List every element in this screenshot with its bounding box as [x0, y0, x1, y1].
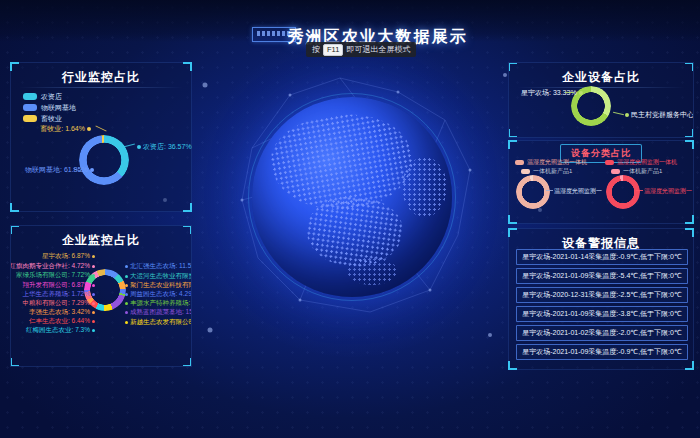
alarm-panel: 设备警报信息 星宇农场-2021-01-14采集温度:-0.9℃,低于下限:0℃… [508, 228, 694, 370]
industry-donut-chart[interactable] [79, 135, 129, 185]
corner-bracket [10, 358, 19, 367]
callout-dot [125, 284, 128, 287]
legend-swatch [23, 115, 37, 122]
leader-line [546, 190, 553, 191]
callout-dot [92, 293, 95, 296]
chart-label: 大运河生态牧业有限责任公 [125, 272, 192, 280]
callout-dot [579, 91, 583, 95]
leader-line [636, 190, 643, 191]
legend-item[interactable]: 温湿度光照监测一体机 [515, 158, 587, 166]
globe-continent [347, 257, 397, 285]
legend-item[interactable]: 温湿度光照监测一体机 [605, 158, 677, 166]
leader-line [95, 125, 106, 131]
legend-swatch [611, 169, 620, 174]
alarm-row: 星宇农场-2021-01-14采集温度:-0.9℃,低于下限:0℃ [516, 249, 688, 265]
chart-label: 中粮和有限公司: 7.29% [22, 299, 95, 307]
leader-line [565, 92, 574, 93]
chart-label-text: 聚门生态农业科技有限公 [130, 281, 192, 289]
corner-bracket [685, 140, 694, 149]
tip-suffix: 即可退出全屏模式 [346, 44, 410, 55]
callout-dot [92, 255, 95, 258]
industry-panel-title: 行业监控占比 [11, 69, 191, 86]
callout-dot [92, 302, 95, 305]
callout-dot [92, 311, 95, 314]
callout-dot [92, 284, 95, 287]
enterprise-panel-title: 企业监控占比 [11, 232, 191, 249]
chart-label: 物联网基地: 61.85% [25, 165, 94, 175]
tip-prefix: 按 [312, 44, 320, 55]
chart-label-text: 家绿乐场有限公司: 7.72% [16, 271, 90, 279]
dashboard: 秀洲区农业大数据展示 按 F11 即可退出全屏模式 行业监控占比 农资店 物联网… [0, 0, 700, 438]
legend-swatch [605, 160, 614, 165]
callout-dot [125, 311, 128, 314]
chart-label: 李强生态农场: 3.42% [29, 308, 95, 316]
equipment-panel: 企业设备占比 星宇农场: 33.33% 民主村党群服务中心 [508, 62, 694, 138]
chart-label-text: 民主村党群服务中心 [631, 110, 694, 120]
chart-label: 上华生态养殖场: 1.72% [22, 290, 95, 298]
legend-label: 一体机新产品1 [533, 167, 572, 176]
legend-item[interactable]: 农资店 [23, 91, 76, 102]
chart-label-text: 北汇强生态农场: 11.56% [130, 262, 192, 270]
industry-panel: 行业监控占比 农资店 物联网基地 畜牧业 畜牧业: 1.64% 农资店: 36.… [10, 62, 192, 212]
chart-label: 仁丰生态农业: 6.44% [29, 317, 95, 325]
callout-dot [125, 321, 128, 324]
title-divider [19, 87, 183, 88]
category-chart-right: 温湿度光照监测一体机 一体机新产品1 温湿度光照监测一 [603, 158, 691, 220]
chart-label-text: 畜牧业: 1.64% [40, 124, 85, 134]
leader-line [123, 144, 135, 148]
legend-swatch [515, 160, 524, 165]
legend-label: 物联网基地 [41, 103, 76, 113]
chart-label-text: 李强生态农场: 3.42% [29, 308, 90, 316]
alarm-row: 星宇农场-2021-01-02采集温度:-2.0℃,低于下限:0℃ [516, 325, 688, 341]
category-donut-chart[interactable] [516, 175, 550, 209]
legend-label: 农资店 [41, 92, 62, 102]
fullscreen-tip: 按 F11 即可退出全屏模式 [306, 42, 416, 57]
legend-item[interactable]: 畜牧业 [23, 113, 76, 124]
callout-dot [125, 265, 128, 268]
legend-swatch [521, 169, 530, 174]
legend-label: 一体机新产品1 [623, 167, 662, 176]
globe-continent [402, 157, 447, 217]
legend-swatch [23, 104, 37, 111]
corner-bracket [508, 361, 517, 370]
chart-label: 星宇农场: 33.33% [521, 88, 583, 98]
chart-label-text: 仁丰生态农业: 6.44% [29, 317, 90, 325]
chart-label-text: 周益园生态农场: 4.29 [130, 290, 192, 298]
chart-label: 家绿乐场有限公司: 7.72% [16, 271, 95, 279]
legend-item[interactable]: 物联网基地 [23, 102, 76, 113]
chart-label: 红梅园生态农业: 7.3% [26, 326, 95, 334]
callout-dot [92, 320, 95, 323]
legend-item[interactable]: 一体机新产品1 [521, 167, 572, 175]
chart-label: 红旗肉鹅专业合作社: 4.72% [10, 262, 95, 270]
chart-label: 温湿度光照监测一 [644, 187, 692, 196]
alarm-row: 星宇农场-2021-01-09采集温度:-5.4℃,低于下限:0℃ [516, 268, 688, 284]
chart-label-text: 红旗肉鹅专业合作社: 4.72% [10, 262, 90, 270]
category-panel: 设备分类占比 温湿度光照监测一体机 一体机新产品1 温湿度光照监测一 温湿度光照… [508, 140, 694, 224]
chart-label: 民主村党群服务中心 [625, 110, 694, 120]
alarm-row: 星宇农场-2020-12-31采集温度:-2.5℃,低于下限:0℃ [516, 287, 688, 303]
chart-label-text: 星宇农场: 6.87% [42, 252, 90, 260]
corner-bracket [508, 140, 517, 149]
callout-dot [90, 168, 94, 172]
alarm-row: 星宇农场-2021-01-09采集温度:-0.9℃,低于下限:0℃ [516, 344, 688, 360]
corner-bracket [10, 203, 19, 212]
chart-label-text: 上华生态养殖场: 1.72% [22, 290, 90, 298]
chart-label-text: 红梅园生态农业: 7.3% [26, 326, 90, 334]
legend-label: 温湿度光照监测一体机 [617, 158, 677, 167]
category-donut-chart[interactable] [606, 175, 640, 209]
corner-bracket [685, 361, 694, 370]
callout-dot [92, 274, 95, 277]
chart-label-text: 农资店: 36.57% [143, 142, 192, 152]
callout-dot [87, 127, 91, 131]
chart-label-text: 翔升发有限公司: 6.87% [22, 281, 90, 289]
callout-dot [92, 329, 95, 332]
chart-label: 星宇农场: 6.87% [42, 252, 95, 260]
chart-label: 农资店: 36.57% [137, 142, 192, 152]
callout-dot [625, 113, 629, 117]
chart-label: 新越生态农发有限公司: 6.87 [125, 318, 192, 326]
corner-bracket [508, 129, 517, 138]
callout-dot [125, 293, 128, 296]
category-chart-left: 温湿度光照监测一体机 一体机新产品1 温湿度光照监测一 [513, 158, 601, 220]
chart-label: 周益园生态农场: 4.29 [125, 290, 192, 298]
legend-item[interactable]: 一体机新产品1 [611, 167, 662, 175]
